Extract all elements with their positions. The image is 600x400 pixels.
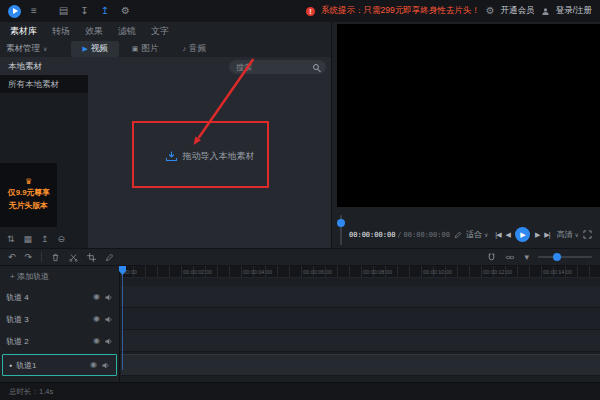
media-type-tabs: ▶ 视频 ▣ 图片 ♪ 音频 xyxy=(71,41,217,57)
ruler-tick: 00:00:14:00 xyxy=(543,269,572,275)
timeline-zoom-slider[interactable] xyxy=(538,256,592,258)
vip-button[interactable]: 开通会员 xyxy=(501,5,535,17)
track-lane-4[interactable] xyxy=(121,286,600,308)
fit-dropdown[interactable]: 适合 ∨ xyxy=(466,229,488,240)
gear-icon[interactable]: ⚙ xyxy=(486,6,495,16)
track-name: 轨道 2 xyxy=(6,336,89,347)
hamburger-menu-icon[interactable]: ≡ xyxy=(31,6,37,16)
link-tracks-icon[interactable] xyxy=(505,253,515,262)
track-lane-2[interactable] xyxy=(121,330,600,352)
video-preview-screen[interactable] xyxy=(337,24,600,207)
library-body: 本地素材 所有本地素材 ♛ 仅9.9元尊享 无片头版本 ⇅ ▦ ↥ ⊖ xyxy=(0,57,331,248)
import-icon[interactable]: ↧ xyxy=(80,6,88,16)
edit-timecode-icon[interactable] xyxy=(454,231,462,239)
track-lane-1-selected[interactable] xyxy=(121,354,600,376)
import-dropzone[interactable]: 拖动导入本地素材 xyxy=(165,150,255,163)
zoom-slider-handle[interactable] xyxy=(553,253,561,261)
topbar-right: ! 系统提示：只需299元即享终身性去片头！ ⚙ 开通会员 登录/注册 xyxy=(306,5,592,17)
upload-icon[interactable]: ↥ xyxy=(41,235,49,244)
track-header-1-selected[interactable]: ● 轨道1 ◉ xyxy=(2,354,117,376)
quality-dropdown[interactable]: 高清 ∨ xyxy=(557,229,579,240)
dropzone-label: 拖动导入本地素材 xyxy=(183,150,255,163)
fullscreen-icon[interactable] xyxy=(583,230,592,239)
library-subbar: 素材管理 ∨ ▶ 视频 ▣ 图片 ♪ 音频 xyxy=(0,40,331,57)
export-icon[interactable]: ↥ xyxy=(101,6,109,16)
next-frame-button[interactable]: ▶ xyxy=(535,231,539,239)
trash-icon[interactable] xyxy=(51,253,60,262)
tab-effect[interactable]: 效果 xyxy=(85,25,103,38)
edit-pen-icon[interactable] xyxy=(105,253,114,262)
app-logo-icon[interactable] xyxy=(8,5,21,18)
save-icon[interactable]: ▤ xyxy=(59,6,68,16)
track-name: 轨道 4 xyxy=(6,292,89,303)
search-icon[interactable] xyxy=(313,64,319,70)
tab-audio-label: 音频 xyxy=(189,43,206,55)
ruler-tick: 00:00:12:00 xyxy=(483,269,512,275)
user-icon xyxy=(541,7,550,16)
settings-icon[interactable]: ⚙ xyxy=(121,6,130,16)
play-icon: ▶ xyxy=(520,231,525,239)
volume-slider[interactable] xyxy=(336,213,346,247)
track-header-3[interactable]: 轨道 3 ◉ xyxy=(0,308,119,330)
redo-icon[interactable]: ↷ xyxy=(25,253,33,262)
timecode-separator: / xyxy=(397,231,401,239)
tab-filter[interactable]: 滤镜 xyxy=(118,25,136,38)
tab-video[interactable]: ▶ 视频 xyxy=(71,41,118,57)
timeline-ruler[interactable]: 00:00 00:00:02:00 00:00:04:00 00:00:06:0… xyxy=(121,266,600,278)
video-editor-window: ≡ ▤ ↧ ↥ ⚙ ! 系统提示：只需299元即享终身性去片头！ ⚙ 开通会员 … xyxy=(0,0,600,400)
library-tabs: 素材库 转场 效果 滤镜 文字 xyxy=(0,22,331,40)
quality-label: 高清 xyxy=(557,229,573,240)
add-track-button[interactable]: + 添加轨道 xyxy=(0,266,119,286)
marker-icon[interactable]: ▾ xyxy=(524,253,529,262)
undo-icon[interactable]: ↶ xyxy=(8,253,16,262)
track-name: 轨道 3 xyxy=(6,314,89,325)
tab-audio[interactable]: ♪ 音频 xyxy=(171,41,217,57)
sidebar-item-all-local-material[interactable]: 所有本地素材 xyxy=(0,75,88,93)
ruler-tick: 00:00:08:00 xyxy=(363,269,392,275)
eye-icon[interactable]: ◉ xyxy=(93,337,100,345)
speaker-icon[interactable] xyxy=(101,361,110,370)
search-input[interactable] xyxy=(236,63,309,72)
skip-next-button[interactable]: ▶| xyxy=(544,231,549,239)
magnet-snap-icon[interactable] xyxy=(487,253,496,262)
speaker-icon[interactable] xyxy=(104,337,113,346)
search-box[interactable] xyxy=(229,60,326,74)
eye-icon[interactable]: ◉ xyxy=(90,361,97,369)
material-content-area: 拖动导入本地素材 xyxy=(88,57,331,248)
ruler-tick: 00:00:10:00 xyxy=(423,269,452,275)
timeline-toolbar: ↶ ↷ ▾ xyxy=(0,248,600,266)
tab-transition[interactable]: 转场 xyxy=(52,25,70,38)
timeline-lanes[interactable]: 00:00 00:00:02:00 00:00:04:00 00:00:06:0… xyxy=(121,266,600,382)
eye-icon[interactable]: ◉ xyxy=(93,315,100,323)
delete-icon[interactable]: ⊖ xyxy=(58,235,66,244)
picture-icon: ▣ xyxy=(132,45,139,52)
speaker-icon[interactable] xyxy=(104,315,113,324)
tab-text[interactable]: 文字 xyxy=(151,25,169,38)
promo-banner[interactable]: ♛ 仅9.9元尊享 无片头版本 xyxy=(0,163,57,227)
system-notice-text[interactable]: 系统提示：只需299元即享终身性去片头！ xyxy=(321,5,480,17)
volume-handle[interactable] xyxy=(337,219,345,227)
crop-icon[interactable] xyxy=(87,253,96,262)
eye-icon[interactable]: ◉ xyxy=(93,293,100,301)
material-manage-dropdown[interactable]: 素材管理 ∨ xyxy=(6,43,47,55)
track-header-column: + 添加轨道 轨道 4 ◉ 轨道 3 ◉ 轨道 2 ◉ ● 轨道1 ◉ xyxy=(0,266,120,382)
play-button[interactable]: ▶ xyxy=(515,227,530,242)
chevron-down-icon: ∨ xyxy=(43,45,47,52)
track-header-2[interactable]: 轨道 2 ◉ xyxy=(0,330,119,352)
grid-view-icon[interactable]: ▦ xyxy=(24,235,33,244)
timeline-toolbar-right: ▾ xyxy=(487,253,592,262)
track-header-4[interactable]: 轨道 4 ◉ xyxy=(0,286,119,308)
sort-icon[interactable]: ⇅ xyxy=(7,235,15,244)
skip-prev-button[interactable]: |◀ xyxy=(495,231,500,239)
tab-material-library[interactable]: 素材库 xyxy=(10,25,37,38)
timecode-current: 00:00:00:00 xyxy=(349,231,395,239)
track-lane-3[interactable] xyxy=(121,308,600,330)
sidebar-group-local-material[interactable]: 本地素材 xyxy=(0,57,88,75)
speaker-icon[interactable] xyxy=(104,293,113,302)
prev-frame-button[interactable]: ◀ xyxy=(506,231,510,239)
split-scissors-icon[interactable] xyxy=(69,253,78,262)
tab-picture[interactable]: ▣ 图片 xyxy=(121,41,170,57)
transport-controls: |◀ ◀ ▶ ▶ ▶| xyxy=(495,227,549,242)
playhead[interactable] xyxy=(122,266,123,370)
login-button[interactable]: 登录/注册 xyxy=(556,5,592,17)
